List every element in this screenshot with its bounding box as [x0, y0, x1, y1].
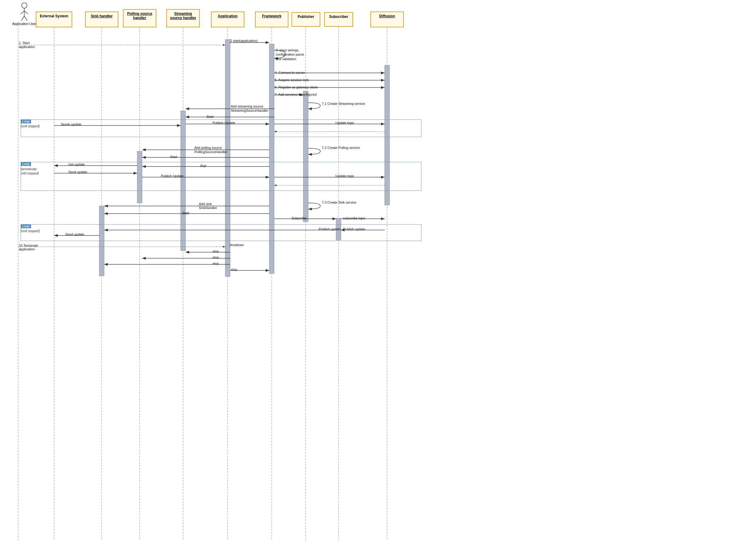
arrow-create-polling: [308, 148, 320, 154]
label-update-topic2: Update topic: [336, 174, 354, 178]
label-create-streaming-svc: 7.1 Create Streaming service: [322, 102, 365, 105]
label-subscribe: Subscribe: [291, 216, 306, 220]
label-start-application: 2 start(application): [230, 39, 258, 43]
label-stop3: stop: [212, 262, 219, 265]
diagram-svg: [0, 0, 756, 553]
activation-publisher: [303, 91, 308, 222]
label-start-streaming: Start: [206, 115, 213, 118]
arrow-create-sink: [308, 203, 320, 209]
label-subscribe-topic: subscribe topic: [343, 216, 365, 220]
label-update-topic1: Update topic: [336, 121, 354, 125]
label-stop2: stop: [212, 255, 219, 259]
label-shutdown: shutdown: [229, 243, 244, 247]
label-add-polling: Add polling source: [194, 146, 222, 150]
label-send-update3: Send update: [65, 232, 84, 236]
label-add-streaming: Add streaming source: [231, 104, 263, 108]
label-start-polling: Start: [170, 155, 177, 159]
label-add-services: 7. Add services if configured: [275, 93, 317, 96]
label-create-polling-svc: 7.2 Create Polling service: [322, 146, 360, 150]
label-stop1: stop: [212, 249, 219, 253]
label-terminate2: application: [19, 247, 35, 251]
loop-box-2: [21, 162, 421, 191]
label-class-wirings: 3. class wirings,configuration parseand …: [276, 48, 304, 61]
label-add-sink: Add sink: [199, 202, 212, 206]
label-send-update2: Send update: [68, 170, 87, 174]
label-start-sink: Start: [182, 211, 189, 215]
label-session-lock: 5. Acquire session lock: [275, 78, 309, 82]
label-polling-handler: PolllingSourceHandler: [194, 150, 227, 154]
label-poll: Poll: [200, 164, 206, 168]
label-publish-update3b: Publish update: [343, 227, 365, 231]
label-publish-update2: Publish Update: [161, 174, 184, 178]
activation-sink: [99, 206, 104, 276]
label-sink-handler: SinkHandler: [199, 206, 217, 210]
sequence-diagram: Application User External System Sink ha…: [0, 0, 756, 553]
activation-application: [225, 40, 230, 276]
label-connect: 4. Connect to server: [275, 71, 305, 74]
label-start-app: 1. Start: [19, 41, 29, 45]
label-stop4: stop: [231, 268, 237, 271]
label-register: 6. Register as gateway client: [275, 85, 317, 89]
label-publish-update3a: Publish update: [319, 227, 341, 231]
label-get-update: Get update: [68, 163, 85, 166]
label-streaming-handler: StreamingSourceHandler: [231, 109, 268, 112]
label-sends-update: Sends update: [61, 123, 81, 126]
arrow-create-streaming: [308, 103, 320, 109]
label-publish-update1: Publish Update: [212, 121, 235, 125]
label-create-sink-svc: 7.3 Create Sink service: [322, 201, 357, 204]
label-start-app2: application: [19, 45, 35, 49]
label-terminate: 10 Terminate: [19, 244, 38, 247]
